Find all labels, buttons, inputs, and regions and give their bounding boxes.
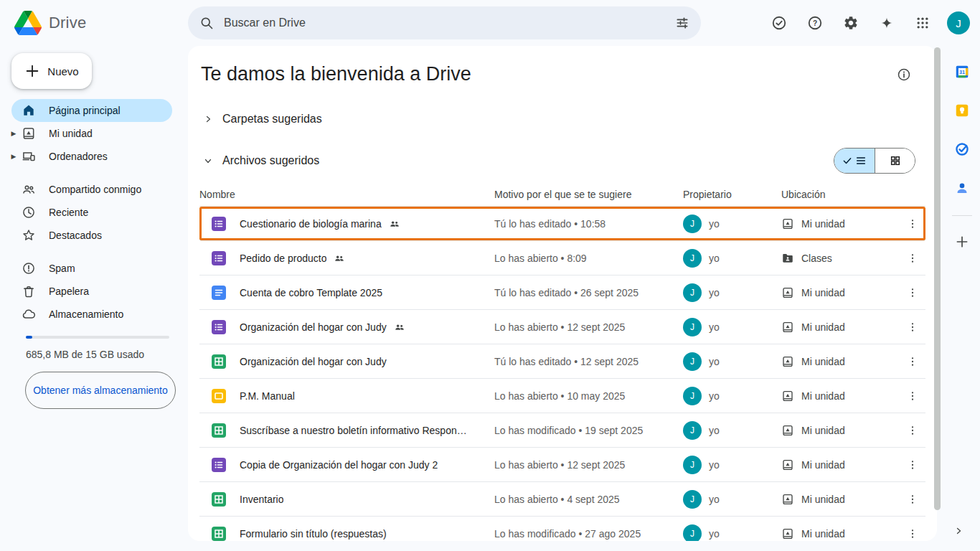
suggestion-reason: Tú lo has editado • 26 sept 2025 (494, 287, 683, 298)
search-bar[interactable] (188, 6, 701, 39)
sidebar-item-shared[interactable]: ▶ Compartido conmigo (11, 178, 172, 201)
sidebar-item-label: Spam (49, 263, 75, 274)
sidebar-item-label: Reciente (49, 207, 88, 218)
expand-side-panel-chevron[interactable] (948, 521, 969, 541)
calendar-icon[interactable]: 31 (949, 59, 975, 85)
more-options-icon[interactable] (900, 349, 925, 375)
storage-meter-fill (26, 336, 32, 339)
apps-grid-icon[interactable] (908, 9, 937, 37)
header-location[interactable]: Ubicación (781, 189, 900, 200)
shared-folder-location-icon (781, 252, 794, 265)
file-location[interactable]: Mi unidad (781, 493, 900, 506)
sidebar-item-label: Mi unidad (49, 128, 93, 139)
location-label: Mi unidad (801, 390, 845, 402)
drive-logo: Drive (14, 0, 86, 46)
more-options-icon[interactable] (900, 418, 925, 443)
more-options-icon[interactable] (900, 280, 925, 306)
gemini-sparkle-icon[interactable] (872, 9, 901, 37)
file-location[interactable]: Mi unidad (781, 458, 900, 471)
table-row[interactable]: P.M. Manual Lo has abierto • 10 may 2025… (199, 379, 925, 413)
sidebar-item-label: Compartido conmigo (49, 184, 141, 195)
suggested-files-section[interactable]: Archivos sugeridos (204, 149, 319, 172)
new-button-label: Nuevo (47, 65, 78, 77)
add-panel-icon[interactable] (949, 229, 975, 255)
more-options-icon[interactable] (900, 486, 925, 512)
settings-icon[interactable] (837, 9, 865, 37)
file-location[interactable]: Mi unidad (781, 355, 900, 368)
sidebar-item-spam[interactable]: ▶ Spam (11, 257, 172, 280)
file-name: Organización del hogar con Judy (240, 356, 387, 367)
owner-name: yo (709, 218, 720, 230)
availability-check-icon[interactable] (765, 9, 793, 37)
my-drive-location-icon (781, 527, 794, 540)
suggestion-reason: Lo has abierto • 12 sept 2025 (494, 321, 683, 333)
trash-icon (22, 284, 36, 298)
rail-divider (952, 215, 972, 216)
chevron-right-icon (204, 115, 212, 123)
table-row[interactable]: Pedido de producto Lo has abierto • 8:09… (199, 241, 925, 276)
more-options-icon[interactable] (900, 383, 925, 409)
computers-icon (22, 149, 36, 164)
file-location[interactable]: Mi unidad (781, 527, 900, 540)
shared-people-icon (334, 253, 345, 264)
file-location[interactable]: Mi unidad (781, 217, 900, 230)
location-label: Mi unidad (801, 321, 845, 333)
grid-view-button[interactable] (875, 149, 915, 173)
file-location[interactable]: Mi unidad (781, 424, 900, 437)
storage-cloud-icon (22, 307, 36, 321)
sidebar-item-starred[interactable]: ▶ Destacados (11, 224, 172, 247)
keep-icon[interactable] (949, 98, 975, 123)
table-row[interactable]: Suscríbase a nuestro boletín informativo… (199, 413, 925, 448)
table-row[interactable]: Formulario sin título (respuestas) Lo ha… (199, 517, 925, 541)
more-options-icon[interactable] (900, 245, 925, 271)
table-row[interactable]: Cuenta de cobro Template 2025 Tú lo has … (199, 276, 925, 310)
more-options-icon[interactable] (900, 314, 925, 340)
sidebar-item-recent[interactable]: ▶ Reciente (11, 201, 172, 224)
header-owner[interactable]: Propietario (683, 189, 781, 200)
table-row[interactable]: Organización del hogar con Judy Lo has a… (199, 310, 925, 344)
file-name: Cuenta de cobro Template 2025 (240, 287, 382, 298)
more-options-icon[interactable] (900, 211, 925, 237)
table-row[interactable]: Inventario Lo has abierto • 4 sept 2025 … (199, 482, 925, 517)
suggestion-reason: Lo has abierto • 4 sept 2025 (494, 494, 683, 505)
help-icon[interactable]: ? (801, 9, 829, 37)
sidebar-item-label: Destacados (49, 230, 102, 241)
get-more-storage-button[interactable]: Obtener más almacenamiento (25, 372, 176, 409)
table-row[interactable]: Cuestionario de biología marina Tú lo ha… (199, 207, 925, 241)
expand-caret-icon[interactable]: ▶ (9, 153, 19, 160)
file-location[interactable]: Clases (781, 252, 900, 265)
sidebar-item-storage[interactable]: ▶ Almacenamiento (11, 303, 172, 326)
search-input[interactable] (224, 17, 675, 29)
table-row[interactable]: Organización del hogar con Judy Tú lo ha… (199, 344, 925, 379)
new-button[interactable]: Nuevo (11, 53, 92, 89)
file-location[interactable]: Mi unidad (781, 286, 900, 299)
shared-people-icon (389, 218, 400, 230)
grid-view-icon (890, 155, 901, 166)
header-name[interactable]: Nombre (199, 189, 494, 200)
more-options-icon[interactable] (900, 521, 925, 541)
list-view-button[interactable] (834, 149, 875, 173)
search-options-tune-icon[interactable] (675, 16, 689, 30)
suggested-folders-section[interactable]: Carpetas sugeridas (204, 108, 925, 131)
sidebar-item-home[interactable]: ▶ Página principal (11, 99, 172, 122)
sidebar-item-mydrive[interactable]: ▶ Mi unidad (11, 122, 172, 145)
scrollbar[interactable] (934, 47, 941, 510)
starred-icon (22, 228, 36, 242)
tasks-icon[interactable] (949, 136, 975, 162)
expand-caret-icon[interactable]: ▶ (9, 130, 19, 137)
file-type-icon (212, 389, 226, 403)
suggestion-reason: Lo has abierto • 10 may 2025 (494, 390, 683, 402)
info-icon[interactable] (892, 63, 915, 86)
header-reason[interactable]: Motivo por el que se te sugiere (494, 189, 683, 200)
table-row[interactable]: Copia de Organización del hogar con Judy… (199, 448, 925, 482)
file-location[interactable]: Mi unidad (781, 321, 900, 334)
file-type-icon (212, 251, 226, 265)
sidebar-item-computers[interactable]: ▶ Ordenadores (11, 145, 172, 168)
contacts-icon[interactable] (949, 175, 975, 201)
account-avatar[interactable]: J (947, 11, 970, 34)
sidebar-item-trash[interactable]: ▶ Papelera (11, 280, 172, 303)
more-options-icon[interactable] (900, 452, 925, 478)
file-type-icon (212, 354, 226, 369)
sidebar: Nuevo ▶ Página principal ▶ M (0, 46, 184, 551)
file-location[interactable]: Mi unidad (781, 390, 900, 402)
